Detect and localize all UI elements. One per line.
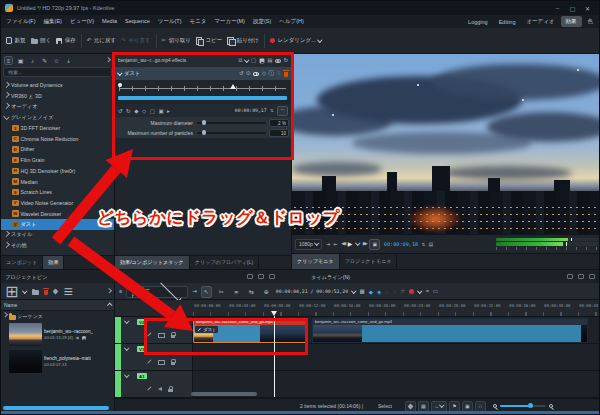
spacer-tool-icon[interactable]: ≍ [231, 286, 242, 298]
track-active-strip[interactable] [115, 317, 121, 343]
workspace-tab[interactable]: 効果 [561, 16, 582, 27]
menu-item[interactable]: ツール(T) [158, 18, 182, 25]
effects-list-view-icon[interactable]: ≡ [4, 56, 13, 65]
play-options-chevron-icon[interactable] [355, 241, 360, 246]
chevron-right-icon[interactable] [106, 288, 111, 293]
chevron-down-icon[interactable] [3, 113, 9, 119]
effect-category[interactable]: その他 [1, 240, 114, 251]
monitor-audio-button[interactable]: ∩ [475, 401, 486, 412]
menu-item[interactable]: ファイル(F) [6, 18, 36, 25]
selection-tool-icon[interactable]: ↖ [201, 286, 212, 298]
tab-effects[interactable]: 効果 [43, 256, 64, 269]
monitor-menu-icon[interactable]: ▤ [429, 242, 434, 247]
show-thumbnails-icon[interactable]: ▭ [433, 289, 438, 295]
create-folder-icon[interactable] [32, 290, 39, 295]
menu-item[interactable]: Sequence [125, 18, 150, 25]
monitor-timecode[interactable]: 00:00:09,18 [384, 241, 418, 247]
menu-item[interactable]: 編集(E) [44, 18, 62, 25]
effect-item[interactable]: FFilm Grain [1, 155, 114, 166]
effect-item[interactable]: CChroma Noise Reduction [1, 133, 114, 144]
audio-track-icon[interactable] [158, 387, 162, 391]
download-effects-icon[interactable]: ⇣ [64, 56, 73, 65]
tab-effect-stack[interactable]: 効果/コンポジットスタック [115, 256, 190, 269]
favorite-star-icon[interactable]: ☆ [400, 289, 405, 295]
effect-item[interactable]: SScratch Lines [1, 187, 114, 198]
zone-mode-icon[interactable]: ▣ [369, 239, 380, 250]
effect-item[interactable]: DDither [1, 144, 114, 155]
chevron-right-icon[interactable] [3, 92, 9, 98]
effect-item[interactable]: HHQ 3D Denoiser (frei0r) [1, 166, 114, 177]
collapse-track-icon[interactable] [124, 318, 129, 323]
audio-effects-icon[interactable]: ♪ [28, 56, 37, 65]
menu-item[interactable]: ヘルプ(H) [279, 18, 304, 25]
menu-item[interactable]: 設定(S) [253, 18, 271, 25]
menu-item[interactable]: モニタ [190, 18, 207, 25]
marker-red-icon[interactable]: ∵ [393, 289, 397, 295]
dock-undock-icon[interactable] [247, 274, 253, 279]
timeline-ruler[interactable]: 00:00:00:0000:00:04:0000:00:08:0000:00:1… [115, 300, 599, 317]
delete-clip-icon[interactable] [44, 290, 49, 295]
chevron-right-icon[interactable] [105, 57, 110, 62]
render-button[interactable]: レンダリング... [270, 37, 322, 44]
zone-in-icon[interactable]: ⇥ [326, 242, 330, 247]
workspace-tab[interactable]: Logging [463, 17, 493, 27]
save-button[interactable]: 保存 [56, 37, 76, 44]
chevron-right-icon[interactable] [3, 231, 9, 237]
track-header-a1[interactable]: A1 [115, 371, 193, 397]
timecode-spinner[interactable]: ⇅ [422, 242, 425, 247]
menu-item[interactable]: ビュー(V) [70, 18, 94, 25]
record-icon[interactable] [409, 289, 414, 294]
rewind-icon[interactable]: ◀◀ [341, 242, 344, 247]
effect-category[interactable]: Volume and Dynamics [1, 80, 114, 91]
edit-mode-dropdown[interactable]: 通常モード [126, 286, 188, 298]
chevron-down-icon[interactable] [351, 288, 356, 293]
bin-folder-row[interactable]: シーケンス [1, 311, 114, 321]
tab-compositions[interactable]: コンポジット [1, 256, 43, 269]
razor-tool-icon[interactable]: ✂ [216, 286, 227, 298]
bin-clip-row[interactable]: french_polynesia--matt 00:03:07,13 [1, 348, 114, 375]
bin-clip-row[interactable]: benjamin_wu--raccoon_ 00:01:13,29 [4] [1, 321, 114, 348]
snap-toggle-button[interactable]: ↔ [431, 401, 447, 412]
edit-track-icon[interactable] [147, 360, 152, 365]
edit-track-icon[interactable] [147, 387, 152, 392]
video-effects-icon[interactable]: ▣ [16, 56, 25, 65]
collapse-track-icon[interactable] [124, 372, 129, 377]
chevron-right-icon[interactable] [3, 103, 9, 109]
tag-icon[interactable] [53, 288, 59, 294]
chevron-down-icon[interactable] [417, 288, 422, 293]
zoom-in-icon[interactable] [549, 404, 553, 408]
paste-button[interactable]: 貼り付け [227, 37, 259, 44]
play-icon[interactable]: ▶ [348, 241, 353, 247]
open-folder-button[interactable]: 開く [31, 37, 52, 44]
flag-button[interactable]: ⚑ [449, 401, 460, 412]
video-track-icon[interactable] [158, 360, 165, 365]
chevron-right-icon[interactable] [3, 81, 9, 87]
effects-search-input[interactable] [6, 68, 109, 76]
workspace-tab[interactable]: Editing [494, 17, 521, 27]
expand-folder-icon[interactable] [2, 313, 7, 318]
add-clip-icon[interactable]: ⊞ [5, 284, 18, 300]
minimize-button[interactable]: – [550, 5, 565, 12]
mixed-audio-video-icon[interactable]: ▦ [360, 289, 365, 295]
custom-effects-icon[interactable]: ✎ [40, 56, 49, 65]
effect-category[interactable]: スタイル [1, 230, 114, 241]
tag-toggle-button[interactable] [405, 401, 416, 412]
maximize-button[interactable]: ▢ [565, 5, 580, 12]
dock-float-icon[interactable] [578, 274, 584, 279]
bin-horizontal-scrollbar[interactable] [3, 406, 109, 410]
add-clip-chevron-icon[interactable] [23, 288, 28, 293]
copy-button[interactable]: コピー [196, 37, 222, 44]
zoom-handle[interactable] [528, 403, 533, 408]
close-button[interactable]: ✕ [580, 5, 595, 12]
track-active-strip[interactable] [115, 371, 121, 397]
keyframe-blue-icon[interactable]: ◆ [369, 289, 373, 295]
timeline-zoom-slider[interactable] [500, 405, 546, 407]
bin-menu-icon[interactable]: ≡ [63, 284, 72, 300]
resolution-dropdown[interactable]: 1080p [295, 239, 322, 250]
lock-track-icon[interactable] [171, 362, 176, 366]
favorite-effects-icon[interactable]: ☆ [52, 56, 61, 65]
chevron-right-icon[interactable] [3, 242, 9, 248]
track-badge[interactable]: A1 [137, 373, 147, 379]
mix-button[interactable]: ▣ [462, 401, 473, 412]
timeline-menu-icon[interactable]: ≡ [119, 289, 122, 295]
